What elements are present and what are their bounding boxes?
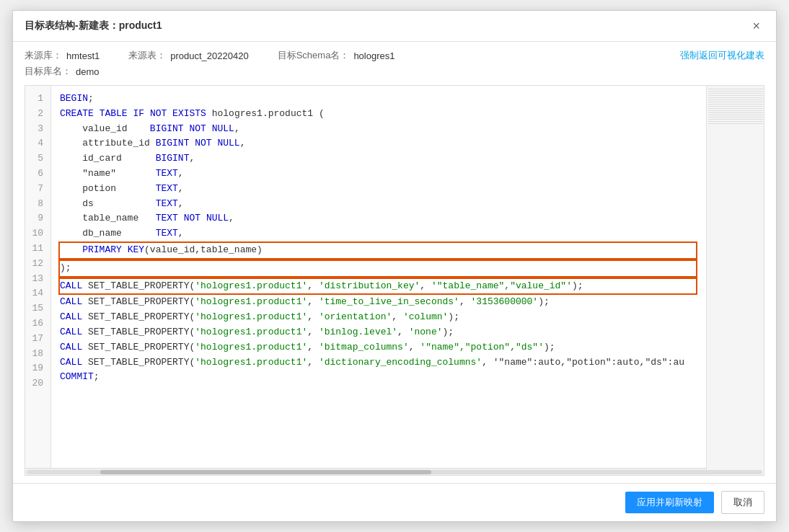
scrollbar-track: [27, 470, 762, 474]
code-line: CALL SET_TABLE_PROPERTY('hologres1.produ…: [60, 295, 755, 310]
source-db-item: 来源库： hmtest1: [25, 49, 100, 62]
code-line: db_name TEXT,: [60, 226, 755, 241]
dialog-header: 目标表结构-新建表：product1 ×: [13, 11, 776, 42]
scrollbar-thumb[interactable]: [100, 470, 431, 474]
code-line: BEGIN;: [60, 92, 755, 107]
dialog-container: 目标表结构-新建表：product1 × 来源库： hmtest1 来源表： p…: [12, 10, 777, 522]
force-return-link[interactable]: 强制返回可视化建表: [680, 49, 764, 62]
source-table-value: product_20220420: [170, 50, 248, 61]
dialog-title: 目标表结构-新建表：product1: [25, 19, 162, 32]
code-line: CALL SET_TABLE_PROPERTY('hologres1.produ…: [60, 310, 755, 325]
minimap: [706, 86, 764, 468]
code-content[interactable]: BEGIN;CREATE TABLE IF NOT EXISTS hologre…: [51, 86, 764, 468]
line-numbers: 1234567891011121314151617181920: [25, 86, 51, 468]
target-db-item: 目标库名： demo: [25, 65, 100, 78]
target-schema-value: hologres1: [353, 50, 394, 61]
target-schema-item: 目标Schema名： hologres1: [278, 49, 395, 62]
cancel-button[interactable]: 取消: [721, 491, 764, 514]
source-db-label: 来源库：: [25, 49, 62, 62]
code-line: CALL SET_TABLE_PROPERTY('hologres1.produ…: [60, 340, 755, 355]
meta-row-2: 目标库名： demo: [25, 65, 764, 78]
code-line: table_name TEXT NOT NULL,: [60, 211, 755, 226]
dialog-footer: 应用并刷新映射 取消: [13, 483, 776, 521]
meta-section: 来源库： hmtest1 来源表： product_20220420 目标Sch…: [13, 42, 776, 85]
target-db-value: demo: [76, 66, 100, 77]
code-section: 1234567891011121314151617181920 BEGIN;CR…: [25, 85, 764, 476]
target-schema-label: 目标Schema名：: [278, 49, 350, 62]
code-line: COMMIT;: [60, 370, 755, 385]
horizontal-scrollbar[interactable]: [25, 468, 764, 475]
code-line: CREATE TABLE IF NOT EXISTS hologres1.pro…: [60, 107, 755, 122]
code-line: CALL SET_TABLE_PROPERTY('hologres1.produ…: [58, 278, 697, 296]
target-db-label: 目标库名：: [25, 65, 71, 78]
code-line: value_id BIGINT NOT NULL,: [60, 122, 755, 137]
close-button[interactable]: ×: [748, 18, 764, 34]
code-line: attribute_id BIGINT NOT NULL,: [60, 136, 755, 151]
apply-button[interactable]: 应用并刷新映射: [625, 492, 714, 513]
source-table-item: 来源表： product_20220420: [128, 49, 248, 62]
code-container[interactable]: 1234567891011121314151617181920 BEGIN;CR…: [25, 86, 764, 468]
code-line: id_card BIGINT,: [60, 151, 755, 167]
code-line: );: [58, 260, 697, 278]
code-line: "name" TEXT,: [60, 167, 755, 182]
source-table-label: 来源表：: [128, 49, 166, 62]
code-line: CALL SET_TABLE_PROPERTY('hologres1.produ…: [60, 325, 755, 340]
code-line: PRIMARY KEY(value_id,table_name): [58, 241, 697, 260]
meta-row-1: 来源库： hmtest1 来源表： product_20220420 目标Sch…: [25, 49, 764, 62]
source-db-value: hmtest1: [66, 50, 100, 61]
code-line: CALL SET_TABLE_PROPERTY('hologres1.produ…: [60, 355, 755, 371]
code-line: potion TEXT,: [60, 182, 755, 197]
code-line: ds TEXT,: [60, 197, 755, 212]
